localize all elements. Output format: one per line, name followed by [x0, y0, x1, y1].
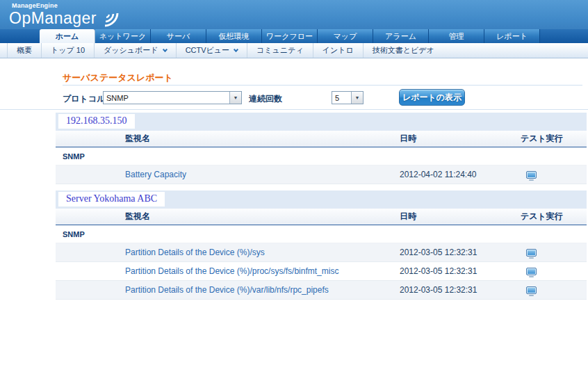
subnav-docs-videos-label: 技術文書とビデオ [373, 45, 434, 56]
subnav-top10[interactable]: トップ 10 [41, 43, 94, 58]
subnav-top10-label: トップ 10 [51, 45, 85, 56]
protocol-select[interactable]: SNMP ▼ [103, 91, 242, 104]
row-datetime: 2012-04-02 11:24:40 [400, 170, 509, 179]
table-row: Partition Details of the Device (%)/sys … [56, 243, 587, 262]
tab-admin[interactable]: 管理 [429, 29, 484, 43]
table-row: Battery Capacity 2012-04-02 11:24:40 [56, 165, 587, 184]
test-run-monitor-icon[interactable] [526, 286, 537, 294]
device-section: 192.168.35.150 監視名 日時 テスト実行 SNMP Battery… [56, 113, 587, 184]
sub-nav: 概要 トップ 10 ダッシュボード CCTVビュー コミュニティ イントロ 技術… [0, 43, 588, 58]
col-datetime: 日時 [400, 133, 509, 145]
table-row: Partition Details of the Device (%)/proc… [56, 262, 587, 281]
chevron-down-icon [234, 47, 238, 51]
device-section-bar: 192.168.35.150 [56, 113, 587, 131]
monitor-link[interactable]: Partition Details of the Device (%)/sys [125, 248, 265, 257]
protocol-label: プロトコル [63, 93, 105, 105]
protocol-group-row: SNMP [56, 225, 587, 243]
protocol-group-row: SNMP [56, 147, 587, 165]
device-section: Server Yokohama ABC 監視名 日時 テスト実行 SNMP Pa… [56, 190, 587, 300]
chevron-down-icon [163, 47, 168, 51]
subnav-intro[interactable]: イントロ [313, 43, 363, 58]
table-rows: Partition Details of the Device (%)/sys … [56, 243, 587, 300]
content-area: サーバステータスレポート プロトコル SNMP ▼ 連続回数 5 ▼ レポートの… [0, 58, 588, 381]
row-datetime: 2012-03-05 12:32:31 [400, 248, 509, 257]
opmanager-logo[interactable]: ManageEngine OpManager [9, 2, 119, 27]
test-run-monitor-icon[interactable] [526, 268, 537, 275]
form-divider [0, 109, 588, 110]
subnav-overview[interactable]: 概要 [7, 43, 41, 58]
app-header: ManageEngine OpManager [0, 0, 588, 29]
table-header: 監視名 日時 テスト実行 [56, 131, 587, 147]
monitor-link[interactable]: Partition Details of the Device (%)/var/… [125, 285, 329, 295]
row-datetime: 2012-03-05 12:32:31 [400, 266, 509, 276]
subnav-dashboard[interactable]: ダッシュボード [94, 43, 176, 58]
subnav-community-label: コミュニティ [256, 45, 304, 56]
monitor-link[interactable]: Partition Details of the Device (%)/proc… [125, 266, 338, 276]
subnav-cctv-label: CCTVビュー [186, 45, 229, 56]
tab-report[interactable]: レポート [484, 29, 540, 43]
tab-virtual-env[interactable]: 仮想環境 [206, 29, 262, 43]
consecutive-count-label: 連続回数 [249, 93, 282, 105]
dropdown-arrow-icon[interactable]: ▼ [229, 92, 241, 104]
subnav-dashboard-label: ダッシュボード [104, 45, 158, 56]
nav-spacer [0, 29, 40, 43]
row-datetime: 2012-03-05 12:32:31 [400, 285, 509, 295]
protocol-select-value: SNMP [104, 92, 229, 104]
main-nav: ホーム ネットワーク サーバ 仮想環境 ワークフロー マップ アラーム 管理 レ… [0, 29, 588, 43]
count-select-value: 5 [332, 92, 351, 104]
col-monitor-name: 監視名 [56, 133, 400, 145]
subnav-overview-label: 概要 [17, 45, 32, 56]
table-header: 監視名 日時 テスト実行 [56, 209, 587, 225]
dropdown-arrow-icon[interactable]: ▼ [351, 92, 363, 104]
tab-home[interactable]: ホーム [40, 29, 95, 43]
tab-alarm[interactable]: アラーム [373, 29, 429, 43]
dropdown-arrow-glyph: ▼ [234, 95, 238, 100]
dropdown-arrow-glyph: ▼ [355, 95, 360, 100]
tab-map[interactable]: マップ [318, 29, 373, 43]
logo-swoosh-icon [98, 6, 119, 27]
col-datetime: 日時 [400, 211, 509, 222]
tab-workflow[interactable]: ワークフロー [262, 29, 318, 43]
title-divider [63, 85, 582, 86]
subnav-cctv-view[interactable]: CCTVビュー [176, 43, 247, 58]
subnav-docs-videos[interactable]: 技術文書とビデオ [363, 43, 443, 58]
subnav-community[interactable]: コミュニティ [247, 43, 313, 58]
device-name[interactable]: Server Yokohama ABC [58, 192, 165, 206]
table-row: Partition Details of the Device (%)/var/… [56, 281, 587, 300]
consecutive-count-select[interactable]: 5 ▼ [332, 91, 364, 104]
device-name[interactable]: 192.168.35.150 [58, 114, 135, 129]
col-test-run: テスト実行 [509, 133, 587, 145]
col-test-run: テスト実行 [509, 211, 587, 222]
page-title: サーバステータスレポート [63, 72, 173, 84]
col-monitor-name: 監視名 [56, 211, 400, 222]
brand-product: OpManager [9, 9, 97, 27]
device-section-bar: Server Yokohama ABC [56, 190, 587, 209]
subnav-intro-label: イントロ [322, 45, 354, 56]
tab-network[interactable]: ネットワーク [95, 29, 151, 43]
tab-server[interactable]: サーバ [151, 29, 206, 43]
test-run-monitor-icon[interactable] [526, 249, 537, 257]
test-run-monitor-icon[interactable] [526, 171, 537, 179]
table-rows: Battery Capacity 2012-04-02 11:24:40 [56, 165, 587, 184]
server-status-report: 192.168.35.150 監視名 日時 テスト実行 SNMP Battery… [56, 113, 587, 306]
show-report-button[interactable]: レポートの表示 [399, 89, 465, 106]
monitor-link[interactable]: Battery Capacity [125, 170, 186, 179]
